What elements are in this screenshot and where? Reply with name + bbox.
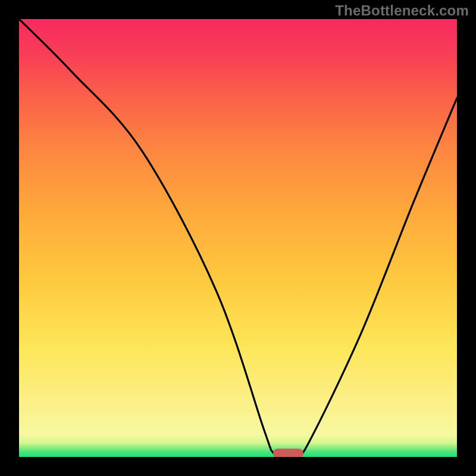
bottleneck-curve-path	[19, 19, 457, 457]
curve-svg	[19, 19, 457, 457]
watermark-text: TheBottleneck.com	[335, 2, 469, 19]
plot-area	[19, 19, 457, 457]
chart-frame: TheBottleneck.com	[0, 0, 476, 476]
optimal-marker	[273, 449, 304, 457]
